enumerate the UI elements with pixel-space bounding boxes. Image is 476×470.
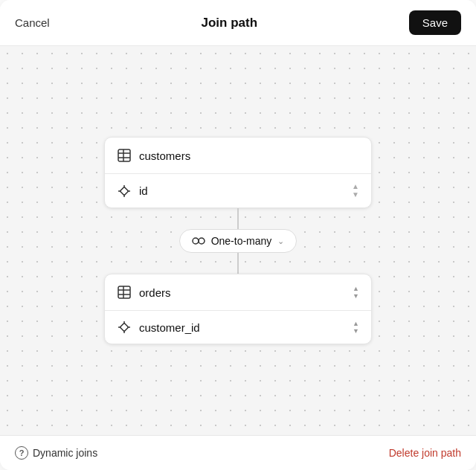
- svg-rect-0: [118, 149, 130, 161]
- dynamic-joins-label: Dynamic joins: [33, 447, 97, 459]
- target-table-selector[interactable]: ▲ ▼: [353, 286, 359, 300]
- join-type-label: One-to-many: [211, 235, 272, 247]
- key-icon: [117, 184, 132, 199]
- source-field-row[interactable]: id ▲ ▼: [105, 174, 371, 207]
- join-path-modal: Cancel Join path Save customers: [0, 0, 476, 470]
- target-table-card: orders ▲ ▼ customer_id: [104, 274, 372, 344]
- target-table-header-row[interactable]: orders ▲ ▼: [105, 274, 371, 311]
- join-type-wrap: One-to-many ⌄: [179, 229, 298, 253]
- modal-title: Join path: [201, 16, 257, 30]
- table-icon: [117, 148, 132, 163]
- help-icon: ?: [15, 446, 28, 460]
- modal-footer: ? Dynamic joins Delete join path: [0, 435, 476, 470]
- delete-join-path-button[interactable]: Delete join path: [389, 447, 461, 459]
- dynamic-joins-link[interactable]: ? Dynamic joins: [15, 446, 97, 460]
- svg-point-10: [199, 238, 205, 244]
- svg-rect-15: [120, 323, 128, 331]
- target-field-name: customer_id: [139, 321, 345, 334]
- join-type-chevron: ⌄: [277, 236, 284, 246]
- connector-top: [237, 208, 239, 229]
- table-icon-2: [117, 285, 132, 300]
- target-table-name: orders: [139, 286, 345, 299]
- join-type-icon: [192, 236, 205, 246]
- connector-bottom: [237, 253, 239, 274]
- join-canvas: customers id ▲ ▼: [0, 46, 476, 435]
- source-table-name: customers: [139, 149, 359, 162]
- source-table-header-row: customers: [105, 138, 371, 174]
- svg-point-9: [193, 238, 199, 244]
- source-table-card: customers id ▲ ▼: [104, 137, 372, 208]
- svg-rect-11: [118, 286, 130, 298]
- source-field-selector[interactable]: ▲ ▼: [352, 183, 359, 199]
- target-field-row[interactable]: customer_id ▲ ▼: [105, 311, 371, 344]
- svg-rect-4: [120, 187, 128, 195]
- save-button[interactable]: Save: [409, 10, 461, 35]
- key-icon-2: [117, 320, 132, 335]
- modal-header: Cancel Join path Save: [0, 0, 476, 46]
- cancel-button[interactable]: Cancel: [15, 13, 50, 32]
- source-field-name: id: [139, 184, 344, 197]
- target-field-selector[interactable]: ▲ ▼: [353, 321, 359, 335]
- join-type-button[interactable]: One-to-many ⌄: [179, 229, 298, 253]
